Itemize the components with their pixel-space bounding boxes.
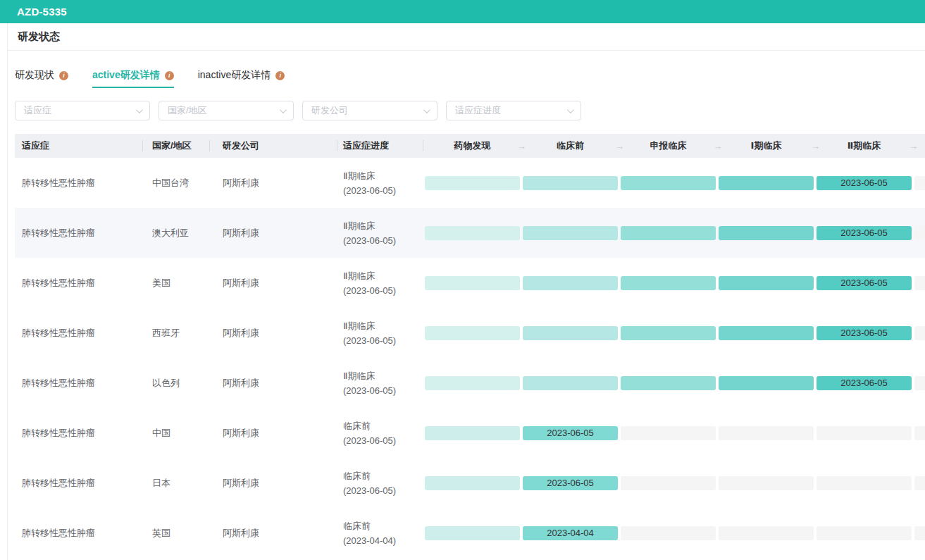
stage-bar-current: 2023-06-05 [817, 176, 912, 190]
stage-arrow-icon: → [517, 134, 526, 158]
table-row[interactable]: 肺转移性恶性肿瘤 美国 阿斯利康 Ⅱ期临床 (2023-06-05) 2023-… [15, 258, 925, 308]
stage-bar [719, 426, 814, 440]
stage-bar [719, 476, 814, 490]
stage-bar-current: 2023-06-05 [817, 276, 912, 290]
stage-cell [717, 208, 815, 258]
tab-rd-status[interactable]: 研发现状 i [15, 69, 68, 88]
stage-cell: 2023-06-05 [815, 158, 913, 208]
stage-cell: 2023-04-04 [521, 508, 619, 558]
stage-cell-clipped [913, 308, 925, 358]
stage-bar [914, 176, 925, 190]
stage-cell [423, 158, 521, 208]
stage-bar [621, 526, 716, 540]
stage-bar [621, 276, 716, 290]
country-cell: 英国 [143, 508, 210, 558]
stage-arrow-icon: → [713, 134, 722, 158]
col-header-company: 研发公司 [210, 134, 337, 158]
indication-cell: 肺转移性恶性肿瘤 [15, 208, 143, 258]
progress-cell: Ⅱ期临床 (2023-06-05) [337, 208, 423, 258]
table-row[interactable]: 肺转移性恶性肿瘤 英国 阿斯利康 临床前 (2023-04-04) 2023-0… [15, 508, 925, 558]
stage-cell [717, 358, 815, 408]
stage-bar-current: 2023-04-04 [523, 526, 618, 540]
stage-bar [523, 276, 618, 290]
chevron-down-icon [136, 106, 143, 113]
progress-stage: Ⅱ期临床 [343, 218, 375, 233]
chevron-down-icon [423, 106, 430, 113]
filter-progress[interactable]: 适应症进度 [446, 101, 581, 120]
stage-cell [815, 508, 913, 558]
table-row[interactable]: 肺转移性恶性肿瘤 澳大利亚 阿斯利康 Ⅱ期临床 (2023-06-05) 202… [15, 208, 925, 258]
stage-cell [521, 158, 619, 208]
stage-cell-clipped [913, 158, 925, 208]
col-header-stage: Ⅰ期临床→ [717, 134, 815, 158]
filter-placeholder: 适应症进度 [455, 104, 501, 117]
col-header-indication: 适应症 [15, 134, 143, 158]
stage-cell [815, 458, 913, 508]
stage-cell [521, 208, 619, 258]
stage-bar-current: 2023-06-05 [817, 376, 912, 390]
indication-cell: 肺转移性恶性肿瘤 [15, 408, 143, 458]
filter-country[interactable]: 国家/地区 [159, 101, 294, 120]
filter-company[interactable]: 研发公司 [302, 101, 437, 120]
info-icon[interactable]: i [59, 71, 68, 80]
country-cell: 中国 [143, 408, 210, 458]
progress-cell: 临床前 (2023-06-05) [337, 458, 423, 508]
stage-bar [914, 276, 925, 290]
stage-bar [621, 326, 716, 340]
stage-cell [423, 458, 521, 508]
stage-bar [719, 376, 814, 390]
tab-active-rd-detail[interactable]: active研发详情 i [92, 69, 174, 88]
stage-bar [621, 426, 716, 440]
stage-cell [619, 408, 717, 458]
stage-label: 临床前 [557, 139, 584, 152]
progress-stage: Ⅱ期临床 [343, 318, 375, 333]
stage-cell-clipped [913, 258, 925, 308]
stage-label: 药物发现 [454, 139, 491, 152]
table-row[interactable]: 肺转移性恶性肿瘤 中国 阿斯利康 临床前 (2023-06-05) 2023-0… [15, 408, 925, 458]
progress-date: (2023-06-05) [343, 433, 396, 448]
progress-date: (2023-06-05) [343, 483, 396, 498]
stage-cell [815, 408, 913, 458]
stage-cell [619, 208, 717, 258]
stage-cell [619, 458, 717, 508]
company-cell: 阿斯利康 [210, 208, 337, 258]
info-icon[interactable]: i [275, 71, 285, 80]
stage-bar [817, 426, 912, 440]
stage-cell [717, 458, 815, 508]
info-icon[interactable]: i [165, 71, 174, 80]
stage-cell [423, 508, 521, 558]
stage-cell [521, 258, 619, 308]
table-row[interactable]: 肺转移性恶性肿瘤 以色列 阿斯利康 Ⅱ期临床 (2023-06-05) 2023… [15, 358, 925, 408]
stage-bar [425, 176, 520, 190]
stage-bar [817, 526, 912, 540]
table-row[interactable]: 肺转移性恶性肿瘤 中国台湾 阿斯利康 Ⅱ期临床 (2023-06-05) 202… [15, 158, 925, 208]
table-row[interactable]: 肺转移性恶性肿瘤 日本 阿斯利康 临床前 (2023-06-05) 2023-0… [15, 458, 925, 508]
stage-cell [619, 258, 717, 308]
company-cell: 阿斯利康 [210, 308, 337, 358]
progress-cell: Ⅱ期临床 (2023-06-05) [337, 158, 423, 208]
progress-date: (2023-06-05) [343, 383, 396, 398]
indication-cell: 肺转移性恶性肿瘤 [15, 358, 143, 408]
stage-bar [914, 426, 925, 440]
filter-placeholder: 国家/地区 [168, 104, 207, 117]
stage-bar [914, 376, 925, 390]
filter-indication[interactable]: 适应症 [15, 101, 150, 120]
progress-date: (2023-06-05) [343, 233, 396, 248]
table-row[interactable]: 肺转移性恶性肿瘤 西班牙 阿斯利康 Ⅱ期临床 (2023-06-05) 2023… [15, 308, 925, 358]
stage-cell: 2023-06-05 [815, 208, 913, 258]
stage-label: Ⅱ期临床 [848, 139, 881, 152]
stage-cell [521, 358, 619, 408]
stage-cell [619, 358, 717, 408]
stage-cell [423, 408, 521, 458]
col-header-progress: 适应症进度 [337, 134, 423, 158]
stage-arrow-icon: → [909, 134, 918, 158]
stage-cell [521, 308, 619, 358]
stage-bar [523, 226, 618, 240]
filter-placeholder: 研发公司 [311, 104, 348, 117]
stage-cell-clipped [913, 508, 925, 558]
progress-date: (2023-06-05) [343, 283, 396, 298]
tab-inactive-rd-detail[interactable]: inactive研发详情 i [198, 69, 285, 88]
tab-bar: 研发现状 i active研发详情 i inactive研发详情 i [8, 51, 925, 88]
stage-bar [817, 476, 912, 490]
indication-cell: 肺转移性恶性肿瘤 [15, 508, 143, 558]
